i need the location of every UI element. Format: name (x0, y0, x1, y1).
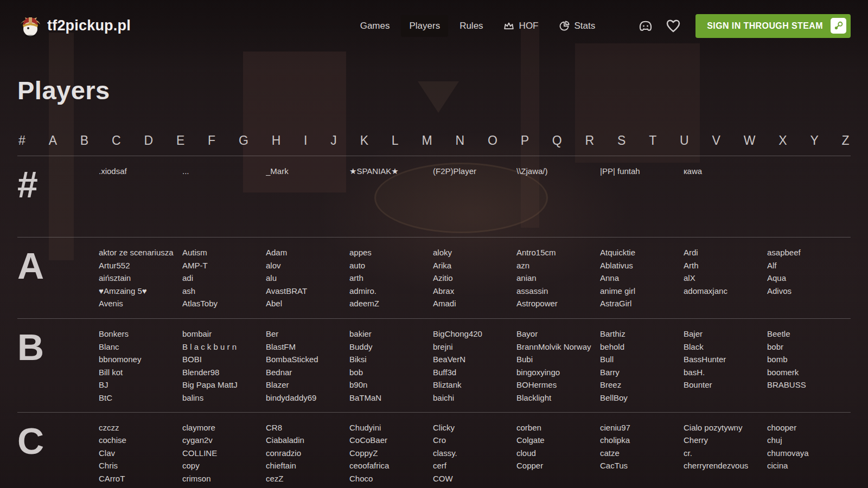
player-link[interactable]: CoCoBaer (349, 434, 433, 447)
player-link[interactable]: Chudyini (349, 421, 433, 434)
player-link[interactable]: admiro. (349, 285, 433, 298)
alphabet-letter-z[interactable]: Z (842, 133, 850, 148)
player-link[interactable]: Bednar (266, 366, 349, 379)
player-link[interactable]: Arika (433, 259, 516, 272)
player-link[interactable]: alu (266, 272, 349, 285)
player-link[interactable]: AvastBRAT (266, 285, 349, 298)
alphabet-letter-k[interactable]: K (360, 133, 368, 148)
player-link[interactable]: Cialo pozytywny (684, 421, 767, 434)
player-link[interactable]: bomb (767, 353, 851, 366)
player-link[interactable]: copy (182, 459, 266, 472)
player-link[interactable]: BlastFM (266, 341, 349, 354)
player-link[interactable]: behold (600, 341, 684, 354)
player-link[interactable]: bombair (182, 328, 266, 341)
player-link[interactable]: CR8 (266, 421, 349, 434)
player-link[interactable]: Blazer (266, 378, 349, 391)
player-link[interactable]: BellBoy (600, 391, 684, 404)
player-link[interactable]: Aqua (767, 272, 851, 285)
player-link[interactable]: Bliztank (433, 378, 516, 391)
alphabet-letter-m[interactable]: M (422, 133, 432, 148)
player-link[interactable]: Arth (684, 259, 767, 272)
alphabet-letter-s[interactable]: S (617, 133, 626, 148)
alphabet-letter-o[interactable]: O (488, 133, 497, 148)
player-link[interactable]: cicina (767, 459, 851, 472)
alphabet-letter-x[interactable]: X (778, 133, 787, 148)
player-link[interactable]: BtC (99, 391, 182, 404)
player-link[interactable]: BassHunter (684, 353, 767, 366)
player-link[interactable]: cr. (684, 447, 767, 460)
alphabet-letter-q[interactable]: Q (552, 133, 562, 148)
player-link[interactable]: Big Papa MattJ (182, 378, 266, 391)
player-link[interactable]: Amadi (433, 297, 516, 310)
alphabet-letter-v[interactable]: V (712, 133, 720, 148)
alphabet-letter-hash[interactable]: # (18, 133, 25, 148)
alphabet-letter-g[interactable]: G (239, 133, 248, 148)
player-link[interactable]: Beetle (767, 328, 851, 341)
player-link[interactable]: chuj (767, 434, 851, 447)
player-link[interactable]: cezZ (266, 472, 349, 485)
player-link[interactable]: arth (349, 272, 433, 285)
alphabet-letter-c[interactable]: C (112, 133, 121, 148)
discord-icon[interactable] (637, 17, 654, 35)
player-link[interactable]: Ardi (684, 246, 767, 259)
player-link[interactable]: Cherry (684, 434, 767, 447)
player-link[interactable]: BRABUSS (767, 378, 851, 391)
player-link[interactable]: BeaVerN (433, 353, 516, 366)
player-link[interactable]: Astropower (516, 297, 600, 310)
player-link[interactable]: anime girl (600, 285, 684, 298)
player-link[interactable]: bbnomoney (99, 353, 182, 366)
player-link[interactable]: appes (349, 246, 433, 259)
player-link[interactable]: _Mark (266, 165, 349, 178)
player-link[interactable]: Alf (767, 259, 851, 272)
player-link[interactable]: anian (516, 272, 600, 285)
player-link[interactable]: Bull (600, 353, 684, 366)
player-link[interactable]: Chris (99, 459, 182, 472)
player-link[interactable]: baichi (433, 391, 516, 404)
player-link[interactable]: Autism (182, 246, 266, 259)
player-link[interactable]: Bayor (516, 328, 600, 341)
player-link[interactable]: CoppyZ (349, 447, 433, 460)
player-link[interactable]: Avenis (99, 297, 182, 310)
alphabet-letter-r[interactable]: R (585, 133, 595, 148)
heart-icon[interactable] (665, 18, 681, 34)
player-link[interactable]: ★SPANIAK★ (349, 165, 433, 178)
player-link[interactable]: Antro15cm (516, 246, 600, 259)
player-link[interactable]: |PP| funtah (600, 165, 684, 178)
player-link[interactable]: Biksi (349, 353, 433, 366)
player-link[interactable]: COLLINE (182, 447, 266, 460)
nav-item-rules[interactable]: Rules (451, 15, 491, 37)
player-link[interactable]: cygan2v (182, 434, 266, 447)
nav-item-stats[interactable]: Stats (550, 15, 604, 37)
alphabet-letter-y[interactable]: Y (810, 133, 818, 148)
player-link[interactable]: bingoxyingo (516, 366, 600, 379)
player-link[interactable]: Azitio (433, 272, 516, 285)
player-link[interactable]: basH. (684, 366, 767, 379)
player-link[interactable]: Buff3d (433, 366, 516, 379)
alphabet-letter-j[interactable]: J (330, 133, 337, 148)
alphabet-letter-n[interactable]: N (455, 133, 464, 148)
player-link[interactable]: chumovaya (767, 447, 851, 460)
player-link[interactable]: crimson (182, 472, 266, 485)
player-link[interactable]: corben (516, 421, 600, 434)
player-link[interactable]: asapbeef (767, 246, 851, 259)
player-link[interactable]: Breez (600, 378, 684, 391)
alphabet-letter-d[interactable]: D (144, 133, 153, 148)
player-link[interactable]: Ablativus (600, 259, 684, 272)
player-link[interactable]: aloky (433, 246, 516, 259)
player-link[interactable]: Bonkers (99, 328, 182, 341)
player-link[interactable]: bobr (767, 341, 851, 354)
player-link[interactable]: cochise (99, 434, 182, 447)
player-link[interactable]: Buddy (349, 341, 433, 354)
player-link[interactable]: CArroT (99, 472, 182, 485)
player-link[interactable]: BombaSticked (266, 353, 349, 366)
player-link[interactable]: bindydaddy69 (266, 391, 349, 404)
player-link[interactable]: Clav (99, 447, 182, 460)
player-link[interactable]: balins (182, 391, 266, 404)
player-link[interactable]: ... (182, 165, 266, 178)
player-link[interactable]: classy. (433, 447, 516, 460)
player-link[interactable]: AMP-T (182, 259, 266, 272)
alphabet-letter-i[interactable]: I (304, 133, 307, 148)
alphabet-letter-e[interactable]: E (176, 133, 184, 148)
player-link[interactable]: Ciabaladin (266, 434, 349, 447)
player-link[interactable]: claymore (182, 421, 266, 434)
